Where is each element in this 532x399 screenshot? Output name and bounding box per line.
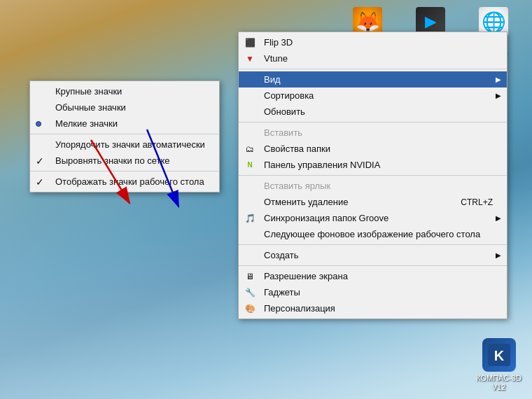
menu-separator-2 xyxy=(30,171,219,172)
menu-separator-r2 xyxy=(239,122,507,122)
menu-item-paste-shortcut: Вставить ярлык xyxy=(239,178,507,194)
menu-item-create[interactable]: Создать ▶ xyxy=(239,247,507,263)
menu-item-gadgets[interactable]: 🔧 Гаджеты xyxy=(239,284,507,300)
menu-item-next-wallpaper[interactable]: Следующее фоновое изображение рабочего с… xyxy=(239,226,507,242)
menu-item-small-icons[interactable]: Мелкие значки xyxy=(30,115,219,132)
menu-separator-r4 xyxy=(239,244,507,245)
menu-separator-r1 xyxy=(239,69,507,69)
menu-item-groove-sync[interactable]: 🎵 Синхронизация папок Groove ▶ xyxy=(239,210,507,226)
menu-item-large-icons[interactable]: Крупные значки xyxy=(30,83,219,99)
menu-item-view[interactable]: Вид ▶ xyxy=(239,71,507,88)
menu-separator-r5 xyxy=(239,265,507,266)
menu-item-undo-delete[interactable]: Отменить удаление CTRL+Z xyxy=(239,194,507,210)
menu-item-align-grid[interactable]: ✓ Выровнять значки по сетке xyxy=(30,153,219,169)
check-mark-align: ✓ xyxy=(36,155,44,167)
menu-item-personalize[interactable]: 🎨 Персонализация xyxy=(239,300,507,316)
view-submenu-arrow: ▶ xyxy=(496,76,501,83)
sort-submenu-arrow: ▶ xyxy=(496,92,501,99)
svg-text:K: K xyxy=(493,348,504,363)
groove-icon: 🎵 xyxy=(244,213,255,224)
menu-item-paste: Вставить xyxy=(239,125,507,141)
menu-item-normal-icons[interactable]: Обычные значки xyxy=(30,99,219,115)
groove-submenu-arrow: ▶ xyxy=(496,214,501,222)
menu-item-flip3d[interactable]: ⬛ Flip 3D xyxy=(239,34,507,50)
personalize-icon: 🎨 xyxy=(244,303,255,314)
vtune-icon: ▼ xyxy=(244,53,255,64)
radio-dot xyxy=(36,121,41,127)
menu-item-nvidia[interactable]: N Панель управления NVIDIA xyxy=(239,157,507,173)
gadget-icon: 🔧 xyxy=(244,287,255,298)
kompas-icon: K xyxy=(482,338,516,372)
create-submenu-arrow: ▶ xyxy=(496,251,501,259)
menu-separator-1 xyxy=(30,134,219,134)
menu-separator-r3 xyxy=(239,175,507,176)
menu-item-refresh[interactable]: Обновить xyxy=(239,104,507,120)
kompas-icon-label: КОМПАС-3DV12 xyxy=(476,374,522,392)
undo-shortcut: CTRL+Z xyxy=(440,197,493,207)
left-context-menu: Крупные значки Обычные значки Мелкие зна… xyxy=(29,80,220,192)
check-mark-show: ✓ xyxy=(36,176,44,188)
menu-item-auto-arrange[interactable]: Упорядочить значки автоматически xyxy=(30,136,219,153)
menu-item-screen-resolution[interactable]: 🖥 Разрешение экрана xyxy=(239,268,507,284)
folder-props-icon: 🗂 xyxy=(244,144,255,155)
menu-item-vtune[interactable]: ▼ Vtune xyxy=(239,50,507,66)
right-context-menu: ⬛ Flip 3D ▼ Vtune Вид ▶ Сортировка ▶ Обн… xyxy=(238,31,507,319)
display-icon: 🖥 xyxy=(244,271,255,282)
desktop: 🦊 MozillaFirefox ▶ KMPlayer 🌐 Google Chr… xyxy=(0,0,532,399)
menu-item-sort[interactable]: Сортировка ▶ xyxy=(239,88,507,104)
flip3d-icon: ⬛ xyxy=(244,37,255,48)
menu-item-folder-props[interactable]: 🗂 Свойства папки xyxy=(239,141,507,157)
menu-item-show-icons[interactable]: ✓ Отображать значки рабочего стола xyxy=(30,174,219,190)
nvidia-icon: N xyxy=(244,160,255,171)
kompas-desktop-icon[interactable]: K КОМПАС-3DV12 xyxy=(472,338,525,392)
